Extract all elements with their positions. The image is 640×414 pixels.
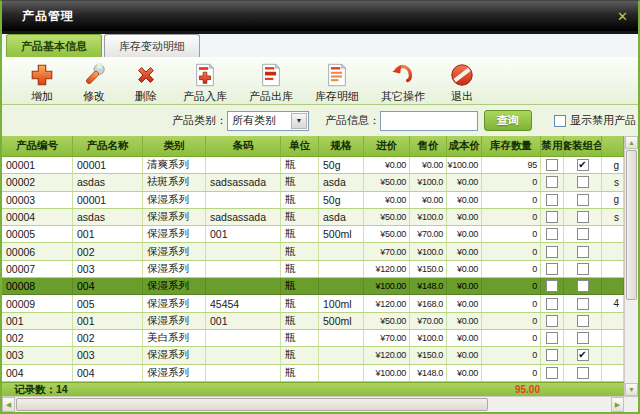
column-header-code[interactable]: 产品编号 <box>2 136 73 156</box>
disabled-checkbox[interactable] <box>546 159 558 171</box>
column-header-barcode[interactable]: 条码 <box>206 136 281 156</box>
combo-checkbox[interactable] <box>577 246 589 258</box>
column-header-stock[interactable]: 库存数量 <box>482 136 541 156</box>
delete-button[interactable]: 删除 <box>120 59 172 105</box>
cell-extra <box>602 243 624 259</box>
disabled-checkbox[interactable] <box>546 211 558 223</box>
table-row[interactable]: 0000100001清爽系列瓶50g¥0.00¥0.00¥100.0095g <box>2 157 624 174</box>
table-row[interactable]: 00006002保湿系列瓶¥70.00¥100.0¥0.000 <box>2 243 624 260</box>
scroll-right-icon[interactable]: ▶ <box>611 397 624 412</box>
column-header-disabled[interactable]: 禁用 <box>541 136 564 156</box>
product-info-input[interactable] <box>380 111 478 131</box>
cell-purchase: ¥50.00 <box>364 226 410 242</box>
cell-category: 保湿系列 <box>143 278 206 294</box>
combo-checkbox[interactable] <box>577 367 589 379</box>
combo-checkbox[interactable] <box>577 280 589 292</box>
vertical-scrollbar[interactable]: ▲ ▼ <box>624 136 638 396</box>
query-button[interactable]: 查询 <box>484 110 532 131</box>
disabled-checkbox[interactable] <box>546 194 558 206</box>
disabled-checkbox[interactable] <box>546 280 558 292</box>
cell-name: 001 <box>73 226 143 242</box>
stock-in-doc-icon <box>190 60 220 89</box>
disabled-checkbox[interactable] <box>546 263 558 275</box>
horizontal-scroll-thumb[interactable] <box>16 398 488 411</box>
cell-unit: 瓶 <box>281 295 319 311</box>
scroll-left-icon[interactable]: ◀ <box>2 397 15 412</box>
disabled-checkbox[interactable] <box>546 367 558 379</box>
column-header-sale[interactable]: 售价 <box>410 136 447 156</box>
column-header-cost[interactable]: 成本价 <box>447 136 482 156</box>
table-row[interactable]: 004004保湿系列瓶¥100.00¥148.0¥0.000 <box>2 365 624 382</box>
table-row[interactable]: 00009005保湿系列45454瓶100ml¥120.00¥168.0¥0.0… <box>2 295 624 312</box>
cell-cost: ¥0.00 <box>447 278 482 294</box>
column-header-spec[interactable]: 规格 <box>319 136 364 156</box>
column-header-extra[interactable] <box>602 136 624 156</box>
horizontal-scrollbar[interactable]: ◀ ▶ <box>2 396 638 412</box>
button-label: 删除 <box>135 89 157 104</box>
column-header-unit[interactable]: 单位 <box>281 136 319 156</box>
scroll-down-icon[interactable]: ▼ <box>625 383 638 396</box>
edit-button[interactable]: 修改 <box>68 59 120 105</box>
column-header-category[interactable]: 类别 <box>143 136 206 156</box>
disabled-checkbox[interactable] <box>546 315 558 327</box>
cell-spec <box>319 330 364 346</box>
show-disabled-checkbox[interactable] <box>554 115 566 127</box>
cell-extra: g <box>602 192 624 208</box>
disabled-checkbox[interactable] <box>546 298 558 310</box>
table-row[interactable]: 00002asdas祛斑系列sadsassada瓶asda¥50.00¥100.… <box>2 174 624 191</box>
tab-product-basic-info[interactable]: 产品基本信息 <box>6 34 102 57</box>
combo-checkbox[interactable] <box>577 315 589 327</box>
column-header-purchase[interactable]: 进价 <box>364 136 410 156</box>
combo-checkbox[interactable] <box>577 228 589 240</box>
cell-spec <box>319 278 364 294</box>
cell-combo <box>564 192 602 208</box>
combo-checkbox[interactable] <box>577 176 589 188</box>
exit-button[interactable]: 退出 <box>436 59 488 105</box>
disabled-checkbox[interactable] <box>546 176 558 188</box>
stock-detail-button[interactable]: 库存明细 <box>304 59 370 105</box>
vertical-scroll-thumb[interactable] <box>626 150 637 300</box>
cell-code: 002 <box>2 330 73 346</box>
table-row[interactable]: 00008004保湿系列瓶¥100.00¥148.0¥0.000 <box>2 278 624 295</box>
cell-spec <box>319 347 364 363</box>
stock-out-button[interactable]: 产品出库 <box>238 59 304 105</box>
cell-category: 保湿系列 <box>143 226 206 242</box>
disabled-checkbox[interactable] <box>546 228 558 240</box>
tab-inventory-movement-detail[interactable]: 库存变动明细 <box>104 34 200 57</box>
add-button[interactable]: 增加 <box>16 59 68 105</box>
column-header-name[interactable]: 产品名称 <box>73 136 143 156</box>
table-row[interactable]: 00004asdas保湿系列sadsassada瓶asda¥50.00¥100.… <box>2 209 624 226</box>
table-row[interactable]: 00007003保湿系列瓶¥120.00¥150.0¥0.000 <box>2 261 624 278</box>
cell-spec <box>319 243 364 259</box>
record-count: 记录数：14 <box>2 383 68 397</box>
cell-unit: 瓶 <box>281 365 319 381</box>
cell-barcode: 001 <box>206 226 281 242</box>
combo-checkbox[interactable] <box>577 298 589 310</box>
combo-checkbox[interactable] <box>577 263 589 275</box>
table-row[interactable]: 0000300001保湿系列瓶50g¥0.00¥0.00¥0.000g <box>2 192 624 209</box>
stock-in-button[interactable]: 产品入库 <box>172 59 238 105</box>
other-operations-button[interactable]: 其它操作 <box>370 59 436 105</box>
category-select[interactable]: 所有类别 ▼ <box>227 111 309 131</box>
column-header-combo[interactable]: 套装组合 <box>564 136 602 156</box>
cell-cost: ¥0.00 <box>447 261 482 277</box>
delete-x-icon <box>131 60 161 89</box>
cell-spec: 50g <box>319 157 364 173</box>
disabled-checkbox[interactable] <box>546 246 558 258</box>
grid-pane: 产品编号产品名称类别条码单位规格进价售价成本价库存数量禁用套装组合 000010… <box>2 136 624 396</box>
table-row[interactable]: 001001保湿系列001瓶500ml¥50.00¥70.00¥0.000 <box>2 313 624 330</box>
table-row[interactable]: 003003保湿系列瓶¥120.00¥150.0¥0.000 <box>2 347 624 364</box>
table-row[interactable]: 002002美白系列瓶¥70.00¥100.0¥0.000 <box>2 330 624 347</box>
combo-checkbox[interactable] <box>577 159 589 171</box>
close-icon[interactable]: ✕ <box>617 10 628 23</box>
combo-checkbox[interactable] <box>577 211 589 223</box>
combo-checkbox[interactable] <box>577 332 589 344</box>
table-row[interactable]: 00005001保湿系列001瓶500ml¥50.00¥70.00¥0.000 <box>2 226 624 243</box>
scroll-up-icon[interactable]: ▲ <box>625 136 638 149</box>
combo-checkbox[interactable] <box>577 349 589 361</box>
cell-spec: 50g <box>319 192 364 208</box>
disabled-checkbox[interactable] <box>546 349 558 361</box>
combo-checkbox[interactable] <box>577 194 589 206</box>
disabled-checkbox[interactable] <box>546 332 558 344</box>
cell-stock: 0 <box>482 243 541 259</box>
